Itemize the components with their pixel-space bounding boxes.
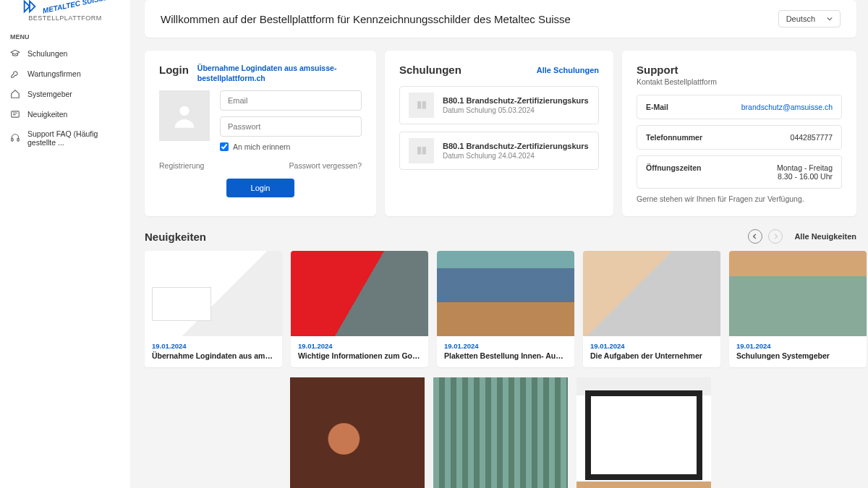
news-image (583, 251, 720, 336)
logo-subtitle: BESTELLPLATTFORM (0, 14, 130, 29)
sidebar-item-label: Wartungsfirmen (27, 69, 81, 78)
login-button[interactable]: Login (226, 179, 295, 197)
schulung-title: B80.1 Brandschutz-Zertifizierungskurs (443, 142, 589, 150)
schulungen-card: Schulungen Alle Schulungen B80.1 Brandsc… (385, 51, 613, 216)
logo[interactable]: METALTEC SUISSE (0, 0, 130, 14)
menu-label: MENU (0, 29, 130, 43)
sidebar-item-label: Support FAQ (Häufig gestellte ... (27, 129, 120, 147)
support-hours-row: Öffnungszeiten Montag - Freitag 8.30 - 1… (637, 155, 842, 189)
support-card: Support Kontakt Bestellplattform E-Mail … (622, 51, 856, 216)
sidebar: METALTEC SUISSE BESTELLPLATTFORM MENU Sc… (0, 0, 130, 488)
news-header: Neuigkeiten Alle Neuigkeiten (145, 229, 856, 244)
svg-rect-1 (12, 139, 13, 142)
schulung-date: Datum Schulung 05.03.2024 (443, 106, 589, 114)
schulung-item[interactable]: B80.1 Brandschutz-Zertifizierungskurs Da… (399, 132, 599, 170)
language-label: Deutsch (786, 14, 815, 23)
remember-input[interactable] (220, 142, 229, 151)
wrench-icon (10, 69, 20, 79)
remember-label: An mich erinnern (233, 142, 290, 151)
support-subtitle: Kontakt Bestellplattform (637, 77, 842, 86)
sidebar-item-support[interactable]: Support FAQ (Häufig gestellte ... (0, 124, 130, 152)
login-card: Login Übernahme Logindaten aus amsuisse-… (145, 51, 376, 216)
graduation-icon (10, 48, 20, 59)
support-label: Telefonnummer (646, 133, 702, 142)
login-transfer-link[interactable]: Übernahme Logindaten aus amsuisse-bestel… (197, 64, 362, 83)
schulung-title: B80.1 Brandschutz-Zertifizierungskurs (443, 96, 589, 105)
news-card-title: Schulungen Systemgeber (736, 351, 859, 360)
support-label: Öffnungszeiten (646, 163, 701, 181)
svg-rect-2 (17, 139, 19, 142)
news-card-title: Plaketten Bestellung Innen- Aussentüren (444, 351, 567, 360)
email-field[interactable] (220, 90, 362, 111)
news-date: 19.01.2024 (736, 342, 859, 350)
news-next-button[interactable] (768, 229, 783, 244)
support-email-row: E-Mail brandschutz@amsuisse.ch (637, 95, 842, 119)
news-nav: Alle Neuigkeiten (748, 229, 856, 244)
news-date: 19.01.2024 (590, 342, 713, 350)
sidebar-item-label: Schulungen (27, 49, 67, 58)
promo-image[interactable] (433, 377, 568, 488)
sidebar-item-label: Systemgeber (27, 90, 72, 98)
news-card-title: Übernahme Logindaten aus amsuisse-... (152, 351, 275, 360)
schulung-date: Datum Schulung 24.04.2024 (443, 152, 589, 160)
welcome-bar: Willkommen auf der Bestellplattform für … (145, 0, 856, 38)
support-email-link[interactable]: brandschutz@amsuisse.ch (741, 103, 833, 111)
news-icon (10, 109, 20, 119)
news-card[interactable]: 19.01.2024 Wichtige Informationen zum Go… (291, 251, 428, 367)
news-card[interactable]: 19.01.2024 Plaketten Bestellung Innen- A… (437, 251, 574, 367)
sidebar-item-neuigkeiten[interactable]: Neuigkeiten (0, 104, 130, 124)
news-image (437, 251, 574, 336)
promo-image[interactable] (290, 377, 425, 488)
house-icon (10, 89, 20, 99)
news-card[interactable]: 19.01.2024 Schulungen Systemgeber (729, 251, 867, 367)
news-date: 19.01.2024 (298, 342, 421, 350)
forgot-password-link[interactable]: Passwort vergessen? (289, 161, 362, 170)
support-footer: Gerne stehen wir Ihnen für Fragen zur Ve… (637, 194, 842, 203)
support-phone: 0442857777 (791, 133, 833, 142)
support-label: E-Mail (646, 103, 668, 111)
news-title: Neuigkeiten (145, 231, 206, 243)
bottom-image-row (145, 377, 856, 488)
news-card[interactable]: 19.01.2024 Die Aufgaben der Unternehmer (583, 251, 720, 367)
news-card[interactable]: 19.01.2024 Übernahme Logindaten aus amsu… (145, 251, 282, 367)
news-prev-button[interactable] (748, 229, 762, 244)
news-card-title: Die Aufgaben der Unternehmer (590, 351, 713, 360)
book-icon (409, 138, 434, 163)
all-news-link[interactable]: Alle Neuigkeiten (794, 232, 856, 241)
welcome-text: Willkommen auf der Bestellplattform für … (161, 13, 571, 25)
svg-point-3 (179, 106, 189, 116)
news-date: 19.01.2024 (152, 342, 275, 350)
sidebar-item-systemgeber[interactable]: Systemgeber (0, 84, 130, 104)
remember-checkbox[interactable]: An mich erinnern (220, 142, 362, 151)
support-phone-row: Telefonnummer 0442857777 (637, 125, 842, 150)
schulung-item[interactable]: B80.1 Brandschutz-Zertifizierungskurs Da… (399, 86, 599, 124)
sidebar-item-label: Neuigkeiten (27, 110, 67, 119)
news-row: 19.01.2024 Übernahme Logindaten aus amsu… (145, 251, 856, 367)
support-title: Support (637, 64, 842, 76)
schulungen-title: Schulungen (399, 64, 461, 76)
main-content: Willkommen auf der Bestellplattform für … (130, 0, 868, 488)
promo-image[interactable] (576, 377, 711, 488)
user-icon (170, 101, 199, 130)
logo-text: METALTEC SUISSE (42, 0, 109, 14)
news-image (729, 251, 867, 336)
sidebar-item-wartungsfirmen[interactable]: Wartungsfirmen (0, 64, 130, 84)
language-select[interactable]: Deutsch (778, 10, 841, 27)
chevron-down-icon (827, 16, 833, 22)
all-schulungen-link[interactable]: Alle Schulungen (537, 66, 599, 74)
news-image (145, 251, 282, 336)
news-image (291, 251, 428, 336)
news-date: 19.01.2024 (444, 342, 567, 350)
logo-icon (22, 0, 38, 14)
avatar-placeholder (159, 90, 210, 141)
password-field[interactable] (220, 116, 362, 137)
login-title: Login (159, 64, 189, 76)
news-card-title: Wichtige Informationen zum Go-Live (298, 351, 421, 360)
register-link[interactable]: Registrierung (159, 161, 204, 170)
headset-icon (10, 133, 20, 143)
support-hours: Montag - Freitag 8.30 - 16.00 Uhr (777, 163, 833, 181)
sidebar-item-schulungen[interactable]: Schulungen (0, 43, 130, 64)
book-icon (409, 93, 434, 118)
